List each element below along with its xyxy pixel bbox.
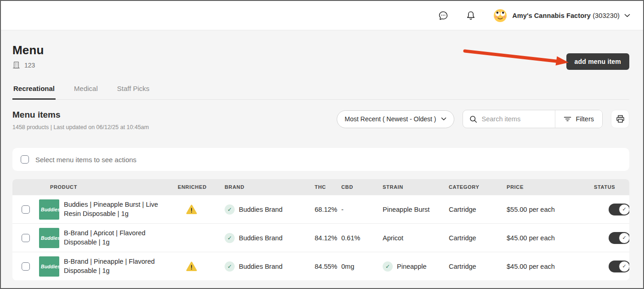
- status-toggle[interactable]: ✓: [609, 204, 629, 215]
- table-row: Buddies Buddies | Pineapple Burst | Live…: [12, 195, 629, 223]
- column-header-status: STATUS: [594, 184, 629, 190]
- cbd-value: 0.61%: [341, 234, 383, 242]
- menu-items-table: PRODUCT ENRICHED BRAND THC CBD STRAIN CA…: [12, 179, 629, 280]
- column-header-product: PRODUCT: [39, 184, 178, 190]
- cbd-value: -: [341, 206, 383, 213]
- select-all-checkbox[interactable]: [21, 155, 29, 164]
- strain-value: Apricot: [383, 234, 449, 242]
- product-name: Buddies | Pineapple Burst | Live Resin D…: [64, 200, 169, 218]
- print-button[interactable]: [611, 110, 629, 128]
- account-name: Amy's Cannabis Factory (303230): [512, 12, 620, 19]
- notifications-button[interactable]: [465, 10, 476, 21]
- products-summary: 1458 products | Last updated on 06/12/25…: [12, 124, 149, 130]
- warning-icon: [186, 261, 197, 272]
- warning-icon: [186, 204, 197, 215]
- brand-name: Buddies Brand: [239, 206, 282, 213]
- strain-value: Pineapple: [397, 263, 427, 270]
- status-toggle[interactable]: ✓: [609, 261, 629, 272]
- account-number: (303230): [593, 12, 620, 19]
- column-header-strain: STRAIN: [383, 184, 449, 190]
- strain-value: Pineapple Burst: [383, 206, 449, 213]
- store-row: 123: [12, 61, 629, 69]
- buddies-brand-logo: Buddies: [39, 228, 59, 248]
- sort-dropdown-label: Most Recent ( Newest - Oldest ): [345, 115, 436, 123]
- column-header-brand: BRAND: [225, 184, 315, 190]
- filter-icon: [564, 116, 571, 122]
- selection-bar: Select menu items to see actions: [12, 148, 629, 171]
- page-title: Menu: [12, 43, 629, 57]
- filters-label: Filters: [576, 115, 594, 123]
- search-box: [463, 110, 555, 128]
- chat-button[interactable]: [438, 10, 449, 21]
- category-value: Cartridge: [449, 234, 507, 242]
- search-icon: [469, 115, 477, 123]
- search-filters-group: Filters: [463, 110, 603, 128]
- menu-tabs: Recreational Medical Staff Picks: [12, 83, 629, 100]
- thc-value: 84.55%: [315, 263, 341, 270]
- toolbar-controls: Most Recent ( Newest - Oldest ): [337, 110, 629, 128]
- table-row: Buddies B-Brand | Pineapple | Flavored D…: [12, 252, 629, 280]
- store-id: 123: [24, 62, 35, 69]
- tab-recreational[interactable]: Recreational: [12, 83, 56, 100]
- printer-icon: [616, 115, 625, 123]
- buddies-brand-logo: Buddies: [39, 256, 59, 277]
- chat-icon: [438, 10, 449, 21]
- toolbar-left: Menu items 1458 products | Last updated …: [12, 110, 149, 130]
- search-input[interactable]: [482, 115, 542, 123]
- toggle-knob-check-icon: ✓: [619, 261, 629, 272]
- app-window: Amy's Cannabis Factory (303230) Menu: [0, 0, 644, 289]
- toolbar: Menu items 1458 products | Last updated …: [12, 110, 629, 130]
- price-value: $45.00 per each: [507, 234, 594, 242]
- thc-value: 68.12%: [315, 206, 341, 213]
- column-header-enriched: ENRICHED: [178, 184, 225, 190]
- table-row: Buddies B-Brand | Apricot | Flavored Dis…: [12, 223, 629, 252]
- add-menu-item-button[interactable]: add menu item: [566, 53, 629, 70]
- toggle-knob-check-icon: ✓: [619, 232, 629, 244]
- brand-name: Buddies Brand: [239, 263, 282, 270]
- verified-check-icon: ✓: [225, 261, 235, 272]
- product-name: B-Brand | Pineapple | Flavored Disposabl…: [64, 257, 169, 275]
- verified-check-icon: ✓: [225, 233, 235, 243]
- page-header: Menu 123 add menu item: [12, 43, 629, 72]
- table-header-row: PRODUCT ENRICHED BRAND THC CBD STRAIN CA…: [12, 179, 629, 195]
- account-menu[interactable]: Amy's Cannabis Factory (303230): [493, 8, 630, 23]
- category-value: Cartridge: [449, 206, 507, 213]
- buddies-brand-logo: Buddies: [39, 199, 59, 220]
- column-header-cbd: CBD: [341, 184, 383, 190]
- bell-icon: [465, 10, 476, 21]
- column-header-price: PRICE: [507, 184, 594, 190]
- column-header-thc: THC: [315, 184, 341, 190]
- avatar: [493, 8, 508, 23]
- main-content: Menu 123 add menu item: [1, 43, 643, 280]
- building-icon: [12, 61, 20, 69]
- selection-bar-label: Select menu items to see actions: [35, 156, 136, 164]
- price-value: $45.00 per each: [507, 263, 594, 270]
- thc-value: 84.12%: [315, 234, 341, 242]
- status-toggle[interactable]: ✓: [609, 232, 629, 244]
- verified-check-icon: ✓: [225, 204, 235, 215]
- chevron-down-icon: [624, 14, 630, 17]
- topbar: Amy's Cannabis Factory (303230): [1, 1, 643, 30]
- row-checkbox[interactable]: [22, 234, 30, 242]
- tab-staff-picks[interactable]: Staff Picks: [116, 83, 151, 100]
- verified-check-icon: ✓: [383, 261, 393, 272]
- category-value: Cartridge: [449, 263, 507, 270]
- column-header-category: CATEGORY: [449, 184, 507, 190]
- product-name: B-Brand | Apricot | Flavored Disposable …: [64, 229, 169, 247]
- sort-dropdown[interactable]: Most Recent ( Newest - Oldest ): [337, 110, 454, 128]
- filters-button[interactable]: Filters: [555, 110, 602, 128]
- chevron-down-icon: [441, 117, 446, 121]
- row-checkbox[interactable]: [22, 205, 30, 214]
- cbd-value: 0mg: [341, 263, 383, 270]
- price-value: $55.00 per each: [507, 206, 594, 213]
- section-title: Menu items: [12, 110, 149, 120]
- toggle-knob-check-icon: ✓: [619, 204, 629, 215]
- row-checkbox[interactable]: [22, 262, 30, 271]
- topbar-actions: Amy's Cannabis Factory (303230): [438, 8, 630, 23]
- brand-name: Buddies Brand: [239, 234, 282, 242]
- tab-medical[interactable]: Medical: [73, 83, 99, 100]
